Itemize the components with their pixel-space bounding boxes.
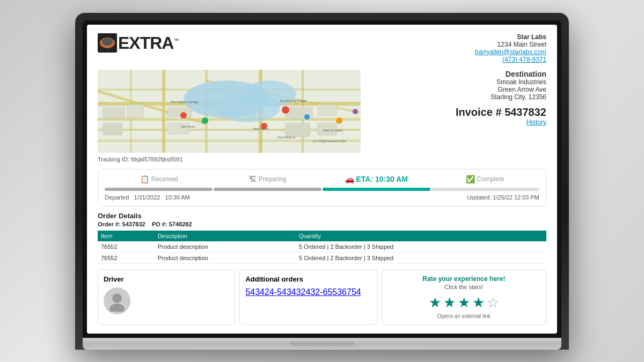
step-preparing: 🏗 Preparing [214, 175, 323, 183]
progress-seg-4 [431, 188, 539, 191]
star-3[interactable]: ★ [458, 294, 470, 311]
laptop-notch [290, 342, 354, 346]
additional-orders-panel: Additional orders 543424-543432432-65536… [239, 269, 377, 325]
col-quantity: Quantity [296, 231, 546, 241]
star-4[interactable]: ★ [472, 294, 485, 311]
table-row: 76552 Product description 5 Ordered | 2 … [98, 252, 546, 263]
laptop-outer: EXTRA™ Star Labs 1234 Main Street barrya… [75, 13, 569, 350]
rating-panel: Rate your experience here! Click the sta… [382, 269, 546, 325]
col-description: Description [155, 231, 296, 241]
step-received-label: Received [151, 175, 178, 183]
rating-title: Rate your experience here! [389, 275, 539, 283]
logo-text: EXTRA™ [118, 33, 178, 53]
eta-icon: 🚗 [345, 175, 354, 183]
svg-text:The Stabon Garage: The Stabon Garage [170, 100, 199, 104]
driver-avatar [104, 287, 130, 314]
additional-order-link[interactable]: 536754 [332, 287, 361, 297]
company-phone[interactable]: (473) 478-9371 [475, 56, 546, 63]
cell-quantity: 5 Ordered | 2 Backorder | 3 Shipped [296, 252, 546, 263]
status-dates: Departed 1/31/2022 10:30 AM Updated: 1/2… [105, 194, 539, 201]
svg-text:L.E. Phillips Memorial Public: L.E. Phillips Memorial Public [312, 139, 347, 143]
destination-block: Destination Smoak Industries Green Arrow… [368, 70, 546, 101]
svg-rect-19 [103, 107, 125, 118]
svg-point-31 [282, 106, 289, 114]
svg-text:Steel Toe Stomp: Steel Toe Stomp [323, 129, 343, 132]
cell-description: Product description [155, 241, 296, 253]
screen-bezel: EXTRA™ Star Labs 1234 Main Street barrya… [83, 20, 561, 338]
step-eta-label: ETA: 10:30 AM [356, 175, 408, 183]
cell-item: 76552 [98, 252, 155, 263]
order-details-title: Order Details [98, 212, 546, 220]
star-2[interactable]: ★ [443, 294, 456, 311]
history-link[interactable]: History [368, 119, 546, 126]
status-tracker: 📋 Received 🏗 Preparing 🚗 ETA: 10:30 AM [98, 169, 546, 206]
col-item: Item [98, 231, 155, 241]
tracking-id: Tracking ID: fdsjkl57892fjks8591 [98, 156, 361, 162]
progress-seg-2 [214, 188, 321, 191]
company-name: Star Labs [517, 33, 546, 41]
driver-panel: Driver [98, 269, 235, 325]
rating-note: Opens an external link [389, 313, 539, 319]
order-meta: Order #: 5437832 PO #: 5748282 [98, 221, 546, 227]
cell-description: Product description [155, 252, 296, 263]
svg-point-32 [304, 114, 310, 120]
svg-text:Trip Onliner Inc: Trip Onliner Inc [277, 136, 296, 139]
svg-text:Ager House: Ager House [181, 125, 195, 128]
laptop-base [83, 338, 561, 350]
svg-point-34 [336, 117, 342, 124]
logo-icon [98, 33, 117, 53]
driver-title: Driver [104, 275, 229, 283]
svg-point-18 [243, 80, 296, 107]
invoice-number: Invoice # 5437832 [368, 106, 546, 119]
svg-rect-20 [127, 105, 143, 118]
step-complete: ✅ Complete [431, 175, 540, 183]
svg-rect-21 [103, 123, 122, 135]
star-1[interactable]: ★ [429, 294, 441, 311]
additional-order-link[interactable]: 543424-543 [245, 287, 291, 297]
order-details: Order Details Order #: 5437832 PO #: 574… [98, 212, 546, 264]
destination-company: Smoak Industries [368, 78, 546, 86]
order-table: Item Description Quantity 76552 Product … [98, 231, 546, 264]
destination-street: Green Arrow Ave [368, 86, 546, 93]
updated-info: Updated: 1/25/22 12:03 PM [467, 194, 539, 201]
stars-container[interactable]: ★ ★ ★ ★ ☆ [389, 294, 539, 311]
svg-point-44 [109, 304, 125, 312]
cell-quantity: 5 Ordered | 2 Backorder | 3 Shipped [296, 241, 546, 253]
progress-seg-1 [105, 188, 213, 191]
additional-order-link[interactable]: 432432-65 [291, 287, 333, 297]
svg-rect-22 [167, 107, 192, 117]
svg-point-35 [353, 109, 358, 114]
page-content: EXTRA™ Star Labs 1234 Main Street barrya… [87, 25, 557, 334]
step-eta: 🚗 ETA: 10:30 AM [322, 175, 431, 183]
screen: EXTRA™ Star Labs 1234 Main Street barrya… [87, 25, 557, 334]
svg-point-2 [102, 38, 113, 46]
destination-label: Destination [368, 70, 546, 78]
invoice-block: Invoice # 5437832 History [368, 106, 546, 126]
svg-text:Mop Pull Hts: Mop Pull Hts [253, 127, 269, 130]
destination-city: Starling City, 12356 [368, 93, 546, 101]
map-image: The Stabon Garage Ager House Mop Pull Ht… [98, 70, 361, 153]
progress-seg-3 [323, 188, 430, 191]
table-row: 76552 Product description 5 Ordered | 2 … [98, 241, 546, 253]
status-steps: 📋 Received 🏗 Preparing 🚗 ETA: 10:30 AM [105, 175, 539, 183]
preparing-icon: 🏗 [249, 175, 257, 183]
cell-item: 76552 [98, 241, 155, 253]
header: EXTRA™ Star Labs 1234 Main Street barrya… [98, 33, 546, 63]
step-preparing-label: Preparing [259, 175, 287, 183]
step-received: 📋 Received [105, 175, 214, 183]
received-icon: 📋 [140, 175, 149, 183]
svg-text:Re-Roofing Projek: Re-Roofing Projek [280, 99, 307, 102]
company-address: 1234 Main Street [497, 41, 546, 48]
progress-bar [105, 188, 539, 191]
svg-rect-25 [318, 105, 336, 115]
map-area: The Stabon Garage Ager House Mop Pull Ht… [98, 70, 361, 162]
company-email[interactable]: barryallen@starlabs.com [475, 48, 546, 56]
additional-orders-title: Additional orders [245, 275, 371, 283]
bottom-panels: Driver Additional orders 543424-54343243… [98, 269, 546, 325]
step-complete-label: Complete [477, 175, 504, 183]
star-5[interactable]: ☆ [487, 294, 499, 311]
svg-point-30 [202, 117, 208, 124]
departed-info: Departed 1/31/2022 10:30 AM [105, 194, 190, 201]
logo: EXTRA™ [98, 33, 178, 53]
right-info-panel: Destination Smoak Industries Green Arrow… [368, 70, 546, 165]
